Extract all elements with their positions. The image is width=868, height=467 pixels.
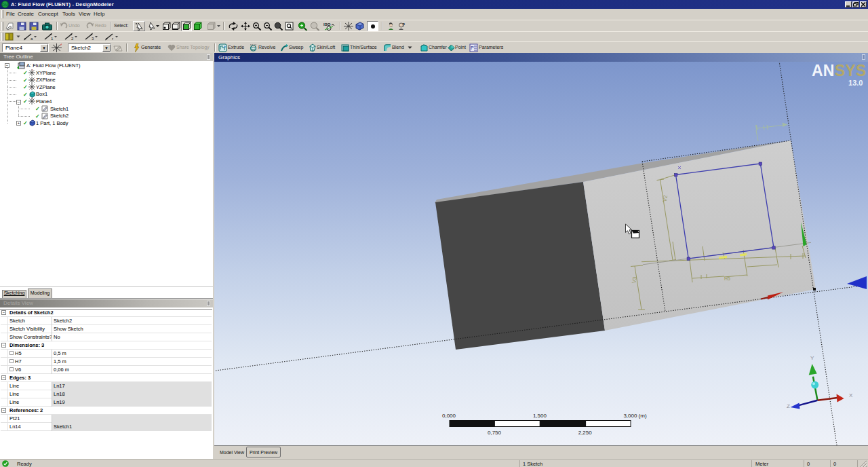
svg-text:ANSYS: ANSYS xyxy=(812,62,866,79)
svg-text:0,750: 0,750 xyxy=(488,430,502,436)
svg-text:P: P xyxy=(471,45,474,50)
svg-text:2,250: 2,250 xyxy=(578,430,593,436)
svg-text:1,500: 1,500 xyxy=(533,413,547,419)
svg-text:H5: H5 xyxy=(724,276,730,281)
svg-text:Y: Y xyxy=(810,355,814,361)
svg-text:2: 2 xyxy=(71,37,74,41)
svg-text:a: a xyxy=(31,37,33,41)
svg-text:X: X xyxy=(849,392,853,398)
svg-text:DM: DM xyxy=(2,3,8,7)
svg-text:Z: Z xyxy=(787,403,790,409)
svg-text:ISO: ISO xyxy=(323,22,331,26)
svg-text:0,000: 0,000 xyxy=(442,413,456,419)
svg-text:?: ? xyxy=(402,22,405,27)
svg-text:13.0: 13.0 xyxy=(848,79,863,87)
svg-text:1: 1 xyxy=(51,37,54,41)
svg-text:r: r xyxy=(112,37,113,41)
svg-text:3: 3 xyxy=(92,37,94,41)
svg-text:3,000 (m): 3,000 (m) xyxy=(623,413,647,419)
